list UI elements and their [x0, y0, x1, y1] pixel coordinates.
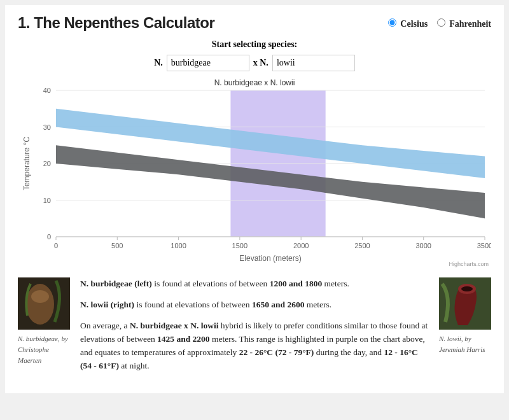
celsius-option[interactable]: Celsius: [385, 19, 430, 29]
fahrenheit-label: Fahrenheit: [449, 19, 491, 29]
svg-text:2500: 2500: [354, 242, 370, 249]
left-caption: N. burbidgeae, by Christophe Maerten: [18, 335, 68, 364]
description-text: N. burbidgeae (left) is found at elevati…: [80, 277, 429, 381]
left-image-column: N. burbidgeae, by Christophe Maerten: [18, 277, 70, 381]
x-axis-label: Elevation (meters): [239, 254, 301, 263]
svg-text:2000: 2000: [293, 242, 309, 249]
unit-toggle: Celsius Fahrenheit: [381, 17, 491, 29]
temperature-elevation-chart: N. burbidgeae x N. lowii 010203040 05001…: [18, 78, 491, 269]
right-caption: N. lowii, by Jeremiah Harris: [439, 335, 485, 353]
app-container: 1. The Nepenthes Calculator Celsius Fahr…: [5, 5, 504, 393]
celsius-label: Celsius: [400, 19, 428, 29]
desc-p3: On average, a N. burbidgeae x N. lowii h…: [80, 319, 429, 373]
desc-p1: N. burbidgeae (left) is found at elevati…: [80, 277, 429, 291]
species-b-thumb: [439, 277, 491, 330]
svg-text:10: 10: [43, 197, 51, 204]
svg-text:30: 30: [43, 123, 51, 131]
right-image-column: N. lowii, by Jeremiah Harris: [439, 277, 491, 381]
svg-point-28: [31, 290, 49, 303]
species-selector-row: N. x N.: [18, 55, 491, 71]
chart-title: N. burbidgeae x N. lowii: [214, 78, 295, 87]
svg-text:1000: 1000: [171, 242, 186, 249]
cross-label: x N.: [253, 58, 268, 68]
svg-text:1500: 1500: [232, 242, 248, 249]
svg-point-31: [461, 286, 473, 291]
page-title: 1. The Nepenthes Calculator: [18, 14, 214, 32]
species-prefix-a: N.: [154, 58, 163, 68]
svg-point-27: [26, 284, 54, 325]
desc-p2: N. lowii (right) is found at elevations …: [80, 298, 429, 312]
fahrenheit-option[interactable]: Fahrenheit: [434, 19, 491, 29]
svg-text:40: 40: [43, 87, 51, 94]
svg-text:0: 0: [54, 242, 58, 249]
svg-text:20: 20: [43, 160, 51, 167]
svg-text:500: 500: [111, 242, 123, 249]
svg-text:3500: 3500: [477, 242, 491, 249]
chart-credit: Highcharts.com: [449, 261, 489, 267]
x-grid: 0500100015002000250030003500: [54, 237, 491, 249]
celsius-radio[interactable]: [388, 18, 396, 27]
species-a-thumb: [18, 277, 70, 330]
fahrenheit-radio[interactable]: [437, 18, 445, 27]
species-b-input[interactable]: [272, 55, 355, 71]
header-row: 1. The Nepenthes Calculator Celsius Fahr…: [18, 14, 491, 32]
description-row: N. burbidgeae, by Christophe Maerten N. …: [18, 277, 491, 381]
y-axis-label: Temperature °C: [22, 137, 31, 190]
select-prompt: Start selecting species:: [18, 39, 491, 50]
species-a-input[interactable]: [167, 55, 249, 71]
svg-text:3000: 3000: [415, 242, 431, 249]
chart-container: N. burbidgeae x N. lowii 010203040 05001…: [18, 78, 491, 269]
svg-text:0: 0: [47, 233, 51, 241]
